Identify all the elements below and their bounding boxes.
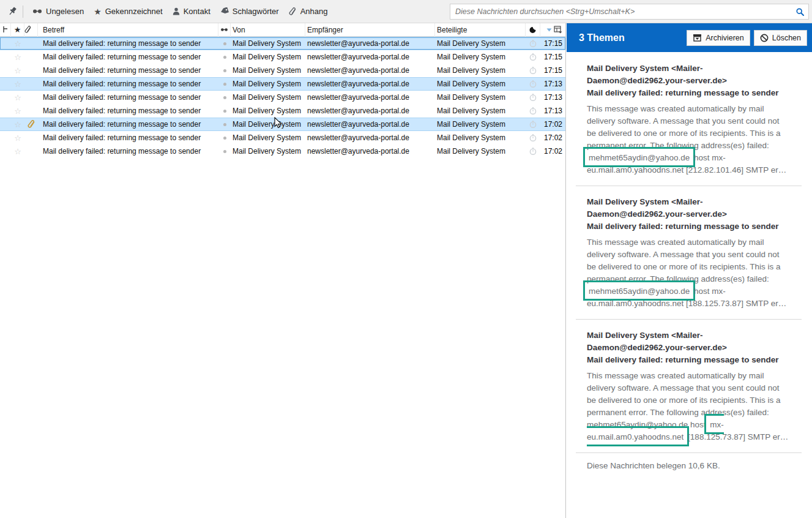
- filter-contact-button[interactable]: Kontakt: [168, 4, 215, 18]
- quick-filter-toolbar: Ungelesen ★ Gekennzeichnet Kontakt Schla…: [0, 0, 812, 23]
- filter-tags-label: Schlagwörter: [233, 7, 279, 16]
- date-cell: 17:13: [540, 78, 566, 90]
- junk-status-icon[interactable]: [223, 56, 226, 59]
- message-list-rows: ☆ Mail delivery failed: returning messag…: [0, 37, 565, 158]
- participants-cell: Mail Delivery System: [435, 104, 526, 118]
- search-input[interactable]: [450, 7, 796, 16]
- star-icon: ★: [94, 7, 102, 17]
- message-summary[interactable]: Mail Delivery System <Mailer-Daemon@dedi…: [587, 196, 790, 310]
- recipient-cell: newsletter@ayurveda-portal.de: [305, 91, 435, 104]
- junk-status-icon[interactable]: [223, 69, 226, 72]
- message-list-row[interactable]: ☆ Mail delivery failed: returning messag…: [0, 131, 565, 145]
- subject-cell: Mail delivery failed: returning message …: [38, 131, 218, 145]
- search-box[interactable]: [450, 4, 809, 20]
- junk-status-icon[interactable]: [223, 42, 226, 45]
- message-subject[interactable]: Mail delivery failed: returning message …: [587, 87, 790, 99]
- message-list-row[interactable]: ☆ Mail delivery failed: returning messag…: [0, 104, 565, 118]
- message-preview-text: This message was created automatically b…: [587, 236, 790, 310]
- filter-attachment-label: Anhang: [300, 7, 328, 16]
- subject-cell: Mail delivery failed: returning message …: [38, 64, 218, 77]
- highlight-box: mehmet65aydin@yahoo.de: [583, 280, 695, 301]
- recipient-column-header[interactable]: Empfänger: [305, 23, 435, 37]
- star-toggle-icon[interactable]: ☆: [14, 107, 21, 116]
- star-toggle-icon[interactable]: ☆: [14, 93, 21, 102]
- tag-icon: [220, 7, 229, 15]
- subject-cell: Mail delivery failed: returning message …: [38, 78, 218, 90]
- pushpin-icon: [7, 6, 18, 17]
- junk-status-icon[interactable]: [223, 110, 226, 113]
- star-toggle-icon[interactable]: ☆: [14, 120, 21, 129]
- junk-column-header[interactable]: [218, 23, 231, 37]
- date-cell: 17:15: [540, 50, 566, 64]
- message-summary[interactable]: Mail Delivery System <Mailer-Daemon@dedi…: [587, 62, 790, 176]
- subject-column-header[interactable]: Betreff: [38, 23, 218, 37]
- message-list-row[interactable]: ☆ Mail delivery failed: returning messag…: [0, 77, 565, 91]
- pin-filter-button[interactable]: [4, 4, 21, 20]
- filter-unread-button[interactable]: Ungelesen: [28, 4, 89, 18]
- read-column-header[interactable]: [526, 23, 540, 37]
- from-cell: Mail Delivery System: [231, 131, 305, 145]
- date-cell: 17:02: [540, 131, 566, 145]
- recipient-cell: newsletter@ayurveda-portal.de: [305, 104, 435, 118]
- filter-contact-label: Kontakt: [184, 7, 210, 16]
- junk-status-icon[interactable]: [223, 96, 226, 99]
- read-status-icon[interactable]: [526, 131, 540, 145]
- subject-cell: Mail delivery failed: returning message …: [38, 145, 218, 158]
- from-cell: Mail Delivery System: [231, 64, 305, 77]
- delete-button-label: Löschen: [772, 34, 801, 42]
- date-column-header[interactable]: [540, 23, 566, 37]
- date-cell: 17:02: [540, 145, 566, 158]
- filter-unread-label: Ungelesen: [46, 7, 84, 16]
- recipient-cell: newsletter@ayurveda-portal.de: [305, 50, 435, 64]
- message-list-row[interactable]: ☆ Mail delivery failed: returning messag…: [0, 64, 565, 77]
- subject-cell: Mail delivery failed: returning message …: [38, 104, 218, 118]
- read-status-icon[interactable]: [526, 78, 540, 90]
- search-icon[interactable]: [796, 8, 804, 16]
- star-toggle-icon[interactable]: ☆: [14, 80, 21, 89]
- read-status-icon[interactable]: [526, 37, 540, 50]
- junk-status-icon[interactable]: [223, 150, 226, 153]
- archive-button[interactable]: Archivieren: [687, 30, 750, 46]
- read-status-icon[interactable]: [526, 118, 540, 130]
- message-summary[interactable]: Mail Delivery System <Mailer-Daemon@dedi…: [587, 329, 790, 443]
- read-status-icon[interactable]: [526, 91, 540, 104]
- star-toggle-icon[interactable]: ☆: [14, 53, 21, 62]
- junk-status-icon[interactable]: [223, 123, 226, 126]
- message-list-row[interactable]: ☆ Mail delivery failed: returning messag…: [0, 37, 565, 50]
- thread-column-header[interactable]: [0, 23, 11, 37]
- filter-tags-button[interactable]: Schlagwörter: [215, 4, 284, 18]
- column-picker-icon[interactable]: [554, 26, 562, 34]
- read-status-icon[interactable]: [526, 145, 540, 158]
- message-subject[interactable]: Mail delivery failed: returning message …: [587, 220, 790, 233]
- message-list-row[interactable]: ☆ Mail delivery failed: returning messag…: [0, 118, 565, 131]
- attachment-column-header[interactable]: [24, 23, 38, 37]
- message-preview-text: This message was created automatically b…: [587, 103, 790, 176]
- from-column-header[interactable]: Von: [231, 23, 305, 37]
- junk-status-icon[interactable]: [223, 137, 226, 140]
- thread-icon: [2, 26, 8, 33]
- message-list-row[interactable]: ☆ Mail delivery failed: returning messag…: [0, 145, 565, 158]
- crescent-icon: [529, 26, 536, 34]
- read-status-icon[interactable]: [526, 50, 540, 64]
- read-status-icon[interactable]: [526, 104, 540, 118]
- message-list-row[interactable]: ☆ Mail delivery failed: returning messag…: [0, 50, 565, 64]
- message-subject[interactable]: Mail delivery failed: returning message …: [587, 354, 790, 366]
- participants-cell: Mail Delivery System: [435, 64, 526, 77]
- subject-cell: Mail delivery failed: returning message …: [38, 37, 218, 50]
- message-list-row[interactable]: ☆ Mail delivery failed: returning messag…: [0, 91, 565, 104]
- star-toggle-icon[interactable]: ☆: [14, 147, 21, 156]
- read-status-icon[interactable]: [526, 64, 540, 77]
- participants-column-header[interactable]: Beteiligte: [435, 23, 526, 37]
- star-toggle-icon[interactable]: ☆: [14, 39, 21, 48]
- filter-attachment-button[interactable]: Anhang: [284, 4, 333, 18]
- message-divider: [576, 186, 802, 186]
- star-toggle-icon[interactable]: ☆: [14, 66, 21, 75]
- attachment-icon: [28, 120, 35, 129]
- star-toggle-icon[interactable]: ☆: [14, 133, 21, 143]
- junk-status-icon[interactable]: [223, 83, 226, 86]
- participants-cell: Mail Delivery System: [435, 78, 526, 90]
- recipient-cell: newsletter@ayurveda-portal.de: [305, 64, 435, 77]
- delete-button[interactable]: Löschen: [754, 30, 807, 46]
- star-column-header[interactable]: ★: [11, 23, 24, 37]
- filter-starred-button[interactable]: ★ Gekennzeichnet: [89, 4, 168, 19]
